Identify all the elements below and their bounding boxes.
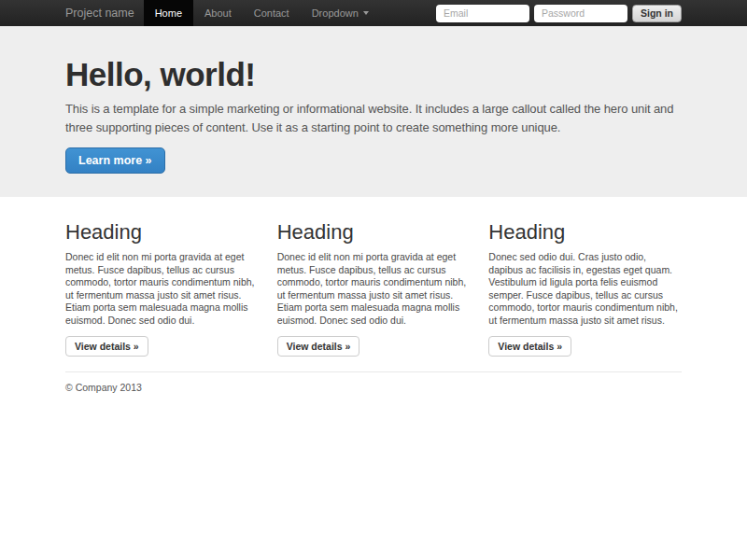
sign-in-button[interactable]: Sign in bbox=[632, 5, 682, 22]
column-text: Donec sed odio dui. Cras justo odio, dap… bbox=[488, 251, 682, 327]
hero-description: This is a template for a simple marketin… bbox=[65, 100, 682, 136]
content-column-2: Heading Donec id elit non mi porta gravi… bbox=[277, 197, 471, 357]
brand-link[interactable]: Project name bbox=[65, 7, 134, 20]
content-column-3: Heading Donec sed odio dui. Cras justo o… bbox=[488, 197, 682, 357]
column-heading: Heading bbox=[488, 221, 682, 244]
columns-row: Heading Donec id elit non mi porta gravi… bbox=[65, 197, 682, 357]
content-column-1: Heading Donec id elit non mi porta gravi… bbox=[65, 197, 259, 357]
view-details-button-2[interactable]: View details » bbox=[277, 336, 360, 357]
copyright-text: © Company 2013 bbox=[65, 382, 682, 393]
column-heading: Heading bbox=[65, 221, 259, 244]
navbar-inner: Project name Home About Contact Dropdown… bbox=[65, 0, 682, 26]
view-details-button-3[interactable]: View details » bbox=[488, 336, 571, 357]
view-details-button-1[interactable]: View details » bbox=[65, 336, 148, 357]
hero-unit: Hello, world! This is a template for a s… bbox=[0, 26, 747, 197]
nav-item-about[interactable]: About bbox=[193, 0, 243, 26]
footer: © Company 2013 bbox=[65, 382, 682, 393]
nav-item-dropdown-label: Dropdown bbox=[312, 7, 359, 19]
nav-item-home[interactable]: Home bbox=[144, 0, 193, 26]
nav-item-contact[interactable]: Contact bbox=[243, 0, 301, 26]
nav-item-dropdown[interactable]: Dropdown bbox=[301, 0, 380, 26]
nav-menu: Home About Contact Dropdown bbox=[144, 0, 380, 26]
column-text: Donec id elit non mi porta gravida at eg… bbox=[277, 251, 471, 327]
learn-more-button[interactable]: Learn more » bbox=[65, 147, 165, 174]
footer-divider bbox=[65, 371, 682, 372]
chevron-down-icon bbox=[363, 11, 369, 15]
password-field[interactable] bbox=[534, 5, 627, 22]
navbar: Project name Home About Contact Dropdown… bbox=[0, 0, 747, 26]
hero-container: Hello, world! This is a template for a s… bbox=[65, 56, 682, 174]
column-text: Donec id elit non mi porta gravida at eg… bbox=[65, 251, 259, 327]
column-heading: Heading bbox=[277, 221, 471, 244]
main-content: Heading Donec id elit non mi porta gravi… bbox=[65, 197, 682, 393]
hero-title: Hello, world! bbox=[65, 56, 682, 93]
email-field[interactable] bbox=[436, 5, 529, 22]
signin-form: Sign in bbox=[436, 5, 682, 22]
